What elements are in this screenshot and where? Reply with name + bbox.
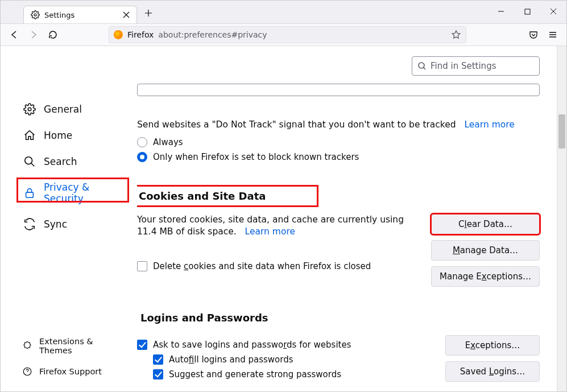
firefox-icon	[114, 30, 123, 39]
preferences-main: Find in Settings Send websites a "Do Not…	[137, 46, 557, 391]
checkbox-label: Autofill logins and passwords	[169, 354, 293, 365]
sidebar-item-label: Sync	[44, 218, 67, 230]
cookies-section: Cookies and Site Data Your stored cookie…	[137, 185, 540, 287]
saved-logins-button[interactable]: Saved Logins…	[445, 361, 540, 382]
dnt-learn-more-link[interactable]: Learn more	[464, 119, 514, 130]
sidebar-item-label: Firefox Support	[39, 367, 102, 376]
sidebar-item-privacy[interactable]: Privacy & Security	[16, 176, 130, 210]
autofill-logins-checkbox[interactable]: Autofill logins and passwords	[153, 354, 434, 365]
sidebar-link-support[interactable]: Firefox Support	[16, 362, 130, 381]
app-menu-button[interactable]	[544, 26, 562, 44]
dnt-text: Send websites a "Do Not Track" signal th…	[137, 119, 456, 130]
svg-point-0	[34, 14, 36, 16]
radio-label: Always	[153, 137, 183, 147]
radio-icon	[137, 152, 147, 162]
tab-settings[interactable]: Settings	[23, 6, 137, 23]
search-icon	[418, 62, 426, 70]
cookies-heading: Cookies and Site Data	[137, 185, 318, 207]
tab-title: Settings	[44, 11, 75, 19]
dnt-section: Send websites a "Do Not Track" signal th…	[137, 119, 540, 162]
close-tab-icon[interactable]	[123, 11, 130, 18]
forward-button[interactable]	[24, 26, 43, 44]
logins-heading: Logins and Passwords	[137, 310, 272, 326]
dnt-radio-only-blocked[interactable]: Only when Firefox is set to block known …	[137, 152, 540, 162]
puzzle-icon	[22, 341, 32, 351]
sidebar-item-general[interactable]: General	[16, 97, 130, 121]
minimize-button[interactable]	[488, 1, 514, 22]
svg-rect-1	[525, 9, 530, 14]
suggest-strong-pw-checkbox[interactable]: Suggest and generate strong passwords	[153, 369, 434, 379]
custom-tracker-box[interactable]	[137, 84, 540, 96]
radio-icon	[137, 137, 147, 147]
reload-button[interactable]	[44, 26, 62, 44]
new-tab-button[interactable]	[140, 5, 156, 21]
sidebar-item-label: Extensions & Themes	[39, 337, 125, 355]
cookies-learn-more-link[interactable]: Learn more	[245, 226, 295, 237]
sync-icon	[23, 218, 36, 230]
url-bar[interactable]: Firefox about:preferences#privacy	[109, 26, 466, 43]
dnt-radio-always[interactable]: Always	[137, 137, 540, 147]
help-icon	[22, 366, 32, 377]
nav-toolbar: Firefox about:preferences#privacy	[1, 23, 566, 46]
checkbox-label: Suggest and generate strong passwords	[169, 369, 341, 379]
checkbox-icon	[153, 369, 163, 379]
sidebar-item-sync[interactable]: Sync	[16, 212, 130, 236]
checkbox-label: Ask to save logins and passwords for web…	[153, 340, 351, 350]
manage-exceptions-button[interactable]: Manage Exceptions…	[431, 266, 540, 287]
lock-icon	[23, 187, 36, 199]
preferences-sidebar: General Home Search Privacy & Security	[1, 46, 137, 391]
logins-section: Logins and Passwords Ask to save logins …	[137, 310, 540, 384]
sidebar-item-label: Privacy & Security	[44, 181, 123, 204]
manage-data-button[interactable]: Manage Data…	[431, 240, 540, 261]
search-placeholder: Find in Settings	[431, 61, 496, 71]
close-window-button[interactable]	[540, 1, 566, 22]
search-icon	[23, 155, 36, 168]
sidebar-item-label: Search	[44, 156, 77, 167]
home-icon	[23, 129, 36, 142]
back-button[interactable]	[5, 26, 23, 44]
maximize-button[interactable]	[514, 1, 540, 22]
checkbox-icon	[153, 354, 163, 365]
svg-point-3	[25, 157, 32, 164]
vertical-scrollbar[interactable]	[557, 46, 566, 391]
window-controls	[488, 1, 566, 22]
sidebar-item-home[interactable]: Home	[16, 123, 130, 147]
url-text: about:preferences#privacy	[158, 30, 267, 39]
logins-exceptions-button[interactable]: Exceptions…	[445, 335, 540, 356]
bookmark-star-icon[interactable]	[451, 30, 461, 40]
sidebar-item-search[interactable]: Search	[16, 150, 130, 174]
gear-icon	[23, 103, 36, 115]
titlebar: Settings	[1, 1, 566, 23]
checkbox-label: Delete cookies and site data when Firefo…	[153, 261, 371, 271]
pocket-button[interactable]	[524, 26, 543, 44]
ask-save-logins-checkbox[interactable]: Ask to save logins and passwords for web…	[137, 340, 434, 350]
checkbox-icon	[137, 340, 147, 350]
scrollbar-thumb[interactable]	[558, 114, 565, 148]
firefox-window: Settings Firefox about:preferences#priva…	[0, 0, 567, 392]
sidebar-item-label: General	[44, 104, 82, 115]
svg-rect-4	[26, 192, 34, 197]
radio-label: Only when Firefox is set to block known …	[153, 152, 359, 162]
url-identity: Firefox	[127, 30, 154, 39]
delete-on-close-checkbox[interactable]: Delete cookies and site data when Firefo…	[137, 261, 420, 271]
search-input[interactable]: Find in Settings	[412, 56, 540, 76]
gear-icon	[31, 10, 40, 19]
svg-point-2	[28, 108, 31, 111]
sidebar-link-extensions[interactable]: Extensions & Themes	[16, 332, 130, 360]
checkbox-icon	[137, 261, 147, 271]
clear-data-button[interactable]: Clear Data…	[431, 214, 540, 234]
sidebar-item-label: Home	[44, 130, 72, 141]
